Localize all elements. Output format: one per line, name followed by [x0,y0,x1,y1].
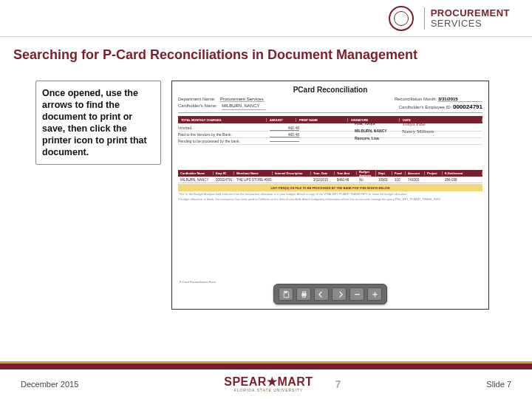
footer-date: December 2015 [21,380,78,389]
doc-title: PCard Reconciliation [178,86,482,94]
fineprint-1: "Yes" in the Budget Analysis field indic… [178,193,482,197]
fineprint-2: If budget allocation is blank, the trans… [178,198,482,202]
pdf-toolbar [273,284,387,304]
next-page-button[interactable] [332,287,347,301]
svg-rect-3 [302,295,305,297]
row-incurred-amt: 460.48 [270,126,299,131]
dr-8: 110 [392,178,406,182]
dr-1: 000024791 [214,178,234,182]
spearmart-logo: SPEAR★MART FLORIDA STATE UNIVERSITY [224,376,313,392]
svg-rect-2 [302,291,305,293]
dh-2: Merchant Name [234,171,273,175]
spearmart-sub: FLORIDA STATE UNIVERSITY [224,388,313,392]
slide-number: Slide 7 [486,380,511,389]
print-button[interactable] [296,287,311,301]
detail-row: MILBURN, NANCY 000024791 THE UPS STORE #… [178,177,482,183]
empid-value: 000024791 [453,103,482,110]
sig2-sig: Nancy Milburn [402,129,443,134]
dh-5: Tran Amt [335,171,357,175]
row-paid-amt: 460.48 [270,132,299,137]
yellow-strip: LIST ITEM(S) ON FILE TO BE PROCESSED BY … [178,184,482,191]
row-pending-amt [270,141,299,142]
rmonth-label: Reconciliation Month: [395,97,437,101]
sig1-name: Fine, Tonya [355,121,399,127]
dh-3: Internal Description [273,171,311,175]
slide-footer: December 2015 SPEAR★MART FLORIDA STATE U… [0,369,532,399]
dept-value: Procurement Services [220,97,265,102]
document-preview: PCard Reconciliation Department Name: Pr… [171,81,489,310]
zoom-in-button[interactable] [367,287,382,301]
prev-page-button[interactable] [314,287,329,301]
rmonth-value: 3/31/2015 [438,97,482,102]
dept-label: Department Name: [178,97,216,102]
brand-line1: PROCUREMENT [431,8,510,18]
dh-8: Fund [392,171,406,175]
spearmart-text: SPEAR★MART [224,375,313,388]
sig1-sig: Tonya Fine [402,121,443,127]
dh-10: Project [425,171,443,175]
app-header: PROCUREMENT SERVICES [0,0,532,37]
zoom-out-button[interactable] [349,287,364,301]
row-pending-label: Pending to be processed by the bank: [178,139,267,143]
dr-7: 10903 [376,178,392,182]
form-id: P-Card Reconciliation Form [180,280,216,284]
dr-4: 3/12/2015 [311,178,335,182]
svg-rect-0 [284,291,287,293]
dr-9: 741003 [406,178,425,182]
detail-header-bar: Cardholder Name Emp ID Merchant Name Int… [178,170,482,177]
col-amount: AMOUNT [267,118,296,122]
dr-6: No [357,178,376,182]
instruction-note: Once opened, use the arrows to find the … [35,81,161,165]
dr-0: MILBURN, NANCY [178,178,214,182]
col-total: TOTAL MONTHLY CHARGES [178,118,267,122]
sig2-name: MILBURN, NANCY [355,129,399,134]
dh-11: E-Settlement [443,171,482,175]
holder-label: Cardholder's Name: [178,103,217,110]
page-number-center: 7 [335,378,341,390]
dh-9: Account [406,171,425,175]
dh-6: Budget Analysis [357,170,376,177]
col-printname: PRINT NAME [296,118,348,122]
brand-title: PROCUREMENT SERVICES [431,8,510,28]
row-incurred-label: Incurred: [178,126,267,130]
dh-7: Dept [376,171,392,175]
sig3-name: Rancore, Lisa [355,136,399,140]
university-seal-icon [389,6,414,31]
content-row: Once opened, use the arrows to find the … [35,81,519,310]
dr-11: 284-038 [443,178,482,182]
dr-2: THE UPS STORE #0652 [234,178,273,182]
row-paid-label: Paid to the Vendors by the Bank: [178,132,267,137]
empid-label: Cardholder's Employee ID: [399,105,452,109]
footer-accent-bar [0,364,532,369]
page-title: Searching for P-Card Reconciliations in … [13,47,532,63]
dh-4: Tran. Date [311,171,335,175]
save-button[interactable] [279,287,293,301]
holder-value: MILBURN, NANCY [222,103,266,110]
header-divider [424,7,425,30]
dr-5: $460.48 [335,178,357,182]
dh-0: Cardholder Name [178,171,214,175]
dh-1: Emp ID [214,171,234,175]
signature-block: Fine, TonyaTonya Fine MILBURN, NANCYNanc… [355,121,481,140]
brand-line2: SERVICES [431,18,510,29]
